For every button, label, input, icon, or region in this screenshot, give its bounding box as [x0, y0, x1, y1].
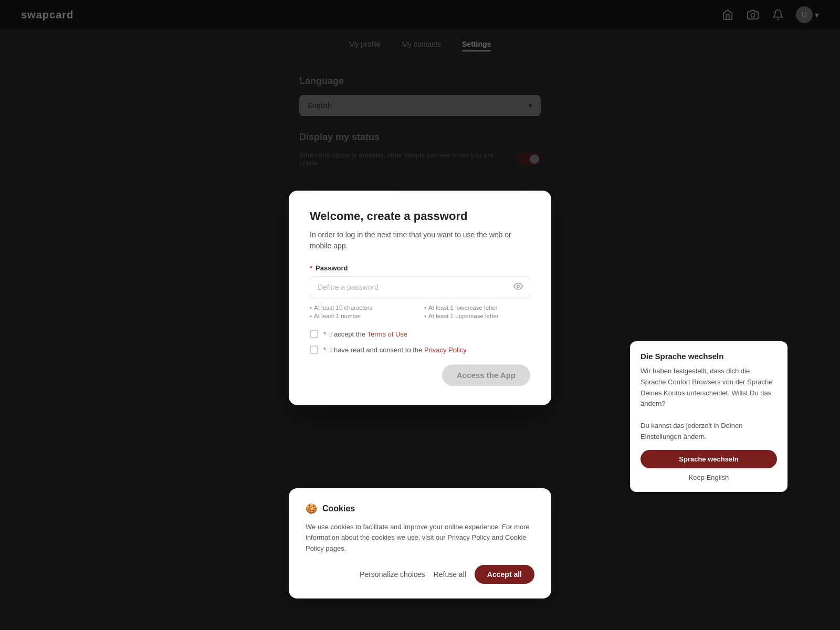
password-input[interactable] [310, 276, 530, 298]
eye-icon[interactable] [513, 281, 523, 293]
lang-panel-buttons: Sprache wechseln Keep English [640, 450, 777, 481]
hint-uppercase: At least 1 uppercase letter [424, 313, 530, 319]
privacy-policy-link[interactable]: Privacy Policy [424, 346, 467, 354]
hint-lowercase: At least 1 lowercase letter [424, 304, 530, 311]
privacy-checkbox-label: * I have read and consent to the Privacy… [323, 346, 467, 354]
terms-checkbox-row: * I accept the Terms of Use [310, 330, 530, 338]
cookie-header: 🍪 Cookies [306, 503, 534, 514]
modal-title: Welcome, create a password [310, 209, 530, 223]
password-field-label: * Password [310, 264, 530, 272]
accept-all-button[interactable]: Accept all [475, 565, 534, 584]
switch-language-button[interactable]: Sprache wechseln [640, 450, 777, 468]
hint-characters: At least 10 characters [310, 304, 416, 311]
personalize-choices-button[interactable]: Personalize choices [360, 570, 425, 579]
privacy-checkbox-row: * I have read and consent to the Privacy… [310, 345, 530, 354]
cookie-text: We use cookies to facilitate and improve… [306, 522, 534, 554]
hint-number: At least 1 number [310, 313, 416, 319]
cookie-icon: 🍪 [306, 503, 317, 514]
terms-checkbox-label: * I accept the Terms of Use [323, 330, 407, 338]
terms-checkbox[interactable] [310, 330, 318, 338]
keep-english-button[interactable]: Keep English [640, 474, 777, 481]
svg-point-1 [517, 285, 520, 288]
privacy-checkbox[interactable] [310, 345, 318, 354]
terms-of-use-link[interactable]: Terms of Use [368, 330, 408, 338]
cookie-buttons: Personalize choices Refuse all Accept al… [306, 565, 534, 584]
cookie-title: Cookies [322, 504, 355, 513]
create-password-modal: Welcome, create a password In order to l… [289, 191, 551, 405]
access-app-button[interactable]: Access the App [442, 364, 530, 386]
lang-panel-title: Die Sprache wechseln [640, 352, 777, 361]
submit-area: Access the App [310, 364, 530, 386]
modal-subtitle: In order to log in the next time that yo… [310, 229, 530, 251]
required-indicator: * [310, 264, 312, 272]
refuse-all-button[interactable]: Refuse all [434, 570, 466, 579]
cookie-banner: 🍪 Cookies We use cookies to facilitate a… [289, 488, 551, 598]
language-switch-panel: Die Sprache wechseln Wir haben festgeste… [630, 341, 788, 492]
privacy-required-star: * [323, 346, 326, 354]
terms-required-star: * [323, 330, 326, 338]
lang-panel-text: Wir haben festgestellt, dass dich die Sp… [640, 366, 777, 443]
password-input-wrapper [310, 276, 530, 298]
password-hints: At least 10 characters At least 1 lowerc… [310, 304, 530, 319]
